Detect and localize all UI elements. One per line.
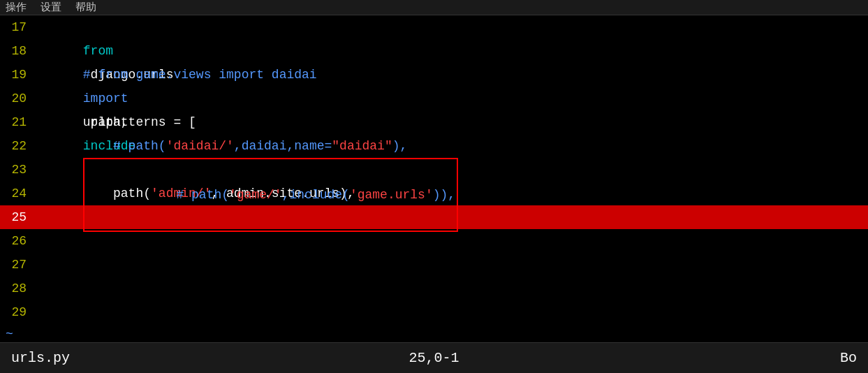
code-line-27: 27 [0,253,868,277]
menu-item-help[interactable]: 帮助 [75,1,96,14]
line-number-17: 17 [0,15,35,39]
tilde-indicator: ~ [0,324,868,342]
status-bar: urls.py 25,0-1 Bo [0,342,868,373]
line-number-23: 23 [0,158,35,182]
status-filename: urls.py [11,350,70,366]
code-line-22: 22 # path('game/',include('game.urls')), [0,134,868,158]
code-line-21: 21 # path('daidai/',daidai,name="daidai"… [0,110,868,134]
line-number-24: 24 [0,182,35,205]
status-position: 25,0-1 [409,350,459,366]
line-content-21: # path('daidai/',daidai,name="daidai"), [35,110,868,134]
line-number-25: 25 [0,205,35,229]
line-number-21: 21 [0,110,35,134]
box-highlight: # path('game/',include('game.urls')), [83,158,458,232]
code-line-19: 19 [0,63,868,87]
line-number-27: 27 [0,253,35,277]
line-content-22: # path('game/',include('game.urls')), [35,134,868,158]
line-content-29 [35,300,868,324]
line-number-28: 28 [0,277,35,300]
code-line-29: 29 [0,300,868,324]
code-line-26: 26 [0,229,868,253]
line-number-29: 29 [0,300,35,324]
menu-item-operations[interactable]: 操作 [6,1,27,14]
code-line-20: 20 urlpatterns = [ [0,87,868,110]
line-number-20: 20 [0,87,35,110]
line-content-18: # from game.views import daidai [35,39,868,63]
line-content-20: urlpatterns = [ [35,87,868,110]
line-content-26 [35,229,868,253]
menu-bar: 操作 设置 帮助 [0,0,868,15]
line-content-19 [35,63,868,87]
line-number-22: 22 [0,134,35,158]
code-line-28: 28 [0,277,868,300]
line-content-27 [35,253,868,277]
status-scroll: Bo [840,350,857,366]
menu-item-settings[interactable]: 设置 [41,1,61,14]
line-content-17: from django.urls import path, include [35,15,868,39]
line-content-28 [35,277,868,300]
code-line-18: 18 # from game.views import daidai [0,39,868,63]
line-number-18: 18 [0,39,35,63]
editor-area: 17 from django.urls import path, include… [0,15,868,342]
code-line-17: 17 from django.urls import path, include [0,15,868,39]
line-number-26: 26 [0,229,35,253]
line-number-19: 19 [0,63,35,87]
